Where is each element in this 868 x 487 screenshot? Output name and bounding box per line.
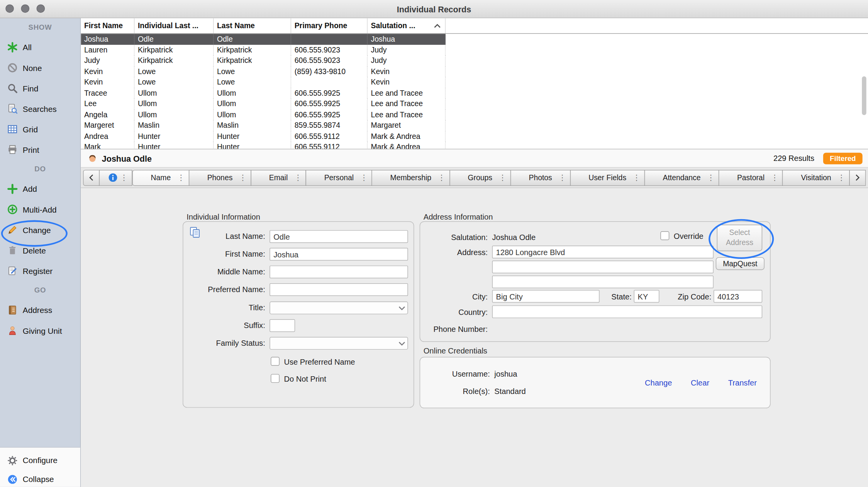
credentials-transfer-link[interactable]: Transfer — [728, 379, 757, 387]
sidebar-item-find[interactable]: Find — [0, 78, 80, 98]
family-status-combobox[interactable] — [270, 337, 408, 350]
table-row[interactable]: Kevin Lowe Lowe Kevin — [81, 77, 446, 88]
table-header: First Name Individual Last ... Last Name… — [81, 18, 868, 34]
address-line2-input[interactable] — [492, 260, 714, 273]
mapquest-button[interactable]: MapQuest — [716, 257, 765, 270]
credentials-clear-link[interactable]: Clear — [691, 379, 709, 387]
suffix-input[interactable] — [270, 319, 295, 332]
credentials-change-link[interactable]: Change — [645, 379, 672, 387]
tab[interactable]: Name — [132, 169, 190, 186]
sidebar-item-searches[interactable]: Searches — [0, 98, 80, 119]
sidebar-item-delete[interactable]: Delete — [0, 240, 80, 260]
override-checkbox[interactable] — [660, 231, 669, 240]
table-scrollbar-thumb[interactable] — [862, 76, 866, 115]
tab-options-icon[interactable] — [294, 174, 302, 181]
column-header-last-name[interactable]: Last Name — [214, 18, 291, 33]
filtered-badge[interactable]: Filtered — [823, 152, 863, 164]
tab-options-icon[interactable] — [120, 174, 128, 181]
table-header-filler — [446, 18, 868, 33]
select-address-button[interactable]: Select Address — [717, 225, 763, 251]
tab-options-icon[interactable] — [837, 174, 845, 181]
address-info-title: Address Information — [424, 213, 493, 222]
tab-options-icon[interactable] — [707, 174, 715, 181]
record-detail-content: Individual Information Last Name: First … — [81, 188, 868, 487]
tab-options-icon[interactable] — [177, 174, 185, 181]
record-bar: Joshua Odle 229 Results Filtered — [81, 149, 868, 167]
first-name-input[interactable] — [270, 248, 408, 260]
table-row[interactable]: Lee Ullom Ullom 606.555.9925 Lee and Tra… — [81, 98, 446, 109]
column-header-first-name[interactable]: First Name — [81, 18, 134, 33]
tab-options-icon[interactable] — [558, 174, 566, 181]
table-row[interactable]: Judy Kirkpatrick Kirkpatrick 606.555.902… — [81, 55, 446, 66]
plus-icon — [7, 184, 18, 194]
window-titlebar: Individual Records — [0, 0, 868, 18]
sidebar-item-all[interactable]: All — [0, 37, 80, 57]
person-icon — [7, 325, 18, 336]
zip-code-input[interactable] — [714, 290, 762, 303]
address-line3-input[interactable] — [492, 276, 714, 288]
city-input[interactable] — [492, 290, 600, 303]
sidebar-section-show: SHOW — [0, 18, 80, 37]
tab-options-icon[interactable] — [632, 174, 640, 181]
address-line1-input[interactable] — [492, 246, 714, 259]
main-area: First Name Individual Last ... Last Name… — [81, 18, 868, 487]
table-row[interactable]: Lauren Kirkpatrick Kirkpatrick 606.555.9… — [81, 44, 446, 55]
tab[interactable]: User Fields — [570, 169, 645, 186]
table-row[interactable]: Margeret Maslin Maslin 859.555.9874 Marg… — [81, 120, 446, 131]
gear-icon — [7, 455, 18, 465]
sidebar-item-collapse[interactable]: Collapse — [0, 470, 80, 487]
title-combobox[interactable] — [270, 301, 408, 314]
sidebar-item-configure[interactable]: Configure — [0, 451, 80, 470]
column-header-individual-last[interactable]: Individual Last ... — [134, 18, 214, 33]
preferred-name-input[interactable] — [270, 283, 408, 296]
table-row[interactable]: Kevin Lowe Lowe (859) 433-9810 Kevin — [81, 66, 446, 77]
tab-scroll-left-button[interactable] — [83, 169, 100, 186]
tab-options-icon[interactable] — [239, 174, 247, 181]
last-name-input[interactable] — [270, 230, 408, 243]
tab-options-icon[interactable] — [498, 174, 506, 181]
tab-info[interactable] — [99, 169, 132, 186]
table-row[interactable]: Angela Ullom Ullom 606.555.9925 Lee and … — [81, 109, 446, 120]
sidebar-item-print[interactable]: Print — [0, 139, 80, 160]
tab[interactable]: Attendance — [644, 169, 719, 186]
table-row[interactable]: Tracee Ullom Ullom 606.555.9925 Lee and … — [81, 88, 446, 98]
tab[interactable]: Visitation — [782, 169, 849, 186]
tab[interactable]: Groups — [449, 169, 511, 186]
phone-number-label: Phone Number: — [420, 325, 488, 334]
first-name-label: First Name: — [183, 250, 265, 259]
sidebar-item-giving-unit[interactable]: Giving Unit — [0, 320, 80, 341]
tab[interactable]: Phones — [189, 169, 251, 186]
tab-scroll-right-button[interactable] — [849, 169, 866, 186]
tab[interactable]: Photos — [510, 169, 571, 186]
column-header-primary-phone[interactable]: Primary Phone — [291, 18, 368, 33]
sidebar-section-go: GO — [0, 281, 80, 300]
tab-options-icon[interactable] — [771, 174, 778, 181]
sidebar-item-multi-add[interactable]: Multi-Add — [0, 199, 80, 220]
tab[interactable]: Pastoral — [719, 169, 783, 186]
country-input[interactable] — [492, 305, 763, 318]
table-body: Joshua Odle Odle Joshua Lauren Kirkpatri… — [81, 34, 868, 149]
tab-options-icon[interactable] — [360, 174, 368, 181]
table-row[interactable]: Andrea Hunter Hunter 606.555.9112 Mark &… — [81, 131, 446, 142]
sidebar-item-add[interactable]: Add — [0, 179, 80, 199]
table-row[interactable]: Mark Hunter Hunter 606.555.9112 Mark & A… — [81, 142, 446, 149]
username-label: Username: — [420, 370, 490, 379]
column-header-salutation[interactable]: Salutation ... — [368, 18, 446, 33]
tab[interactable]: Email — [251, 169, 306, 186]
tab[interactable]: Personal — [306, 169, 372, 186]
sidebar-item-change[interactable]: Change — [0, 220, 80, 240]
roles-label: Role(s): — [420, 387, 490, 396]
online-credentials-panel: Username: joshua Role(s): Standard Chang… — [420, 357, 771, 408]
middle-name-label: Middle Name: — [183, 267, 265, 276]
state-input[interactable] — [634, 290, 659, 303]
table-row[interactable]: Joshua Odle Odle Joshua — [81, 34, 446, 44]
do-not-print-checkbox[interactable] — [271, 374, 280, 383]
middle-name-input[interactable] — [270, 265, 408, 278]
sidebar-item-grid[interactable]: Grid — [0, 119, 80, 139]
tab-options-icon[interactable] — [437, 174, 445, 181]
tab[interactable]: Membership — [372, 169, 450, 186]
sidebar-item-address[interactable]: Address — [0, 300, 80, 320]
sidebar-item-none[interactable]: None — [0, 57, 80, 78]
use-preferred-name-checkbox[interactable] — [271, 357, 280, 366]
sidebar-item-register[interactable]: Register — [0, 260, 80, 281]
